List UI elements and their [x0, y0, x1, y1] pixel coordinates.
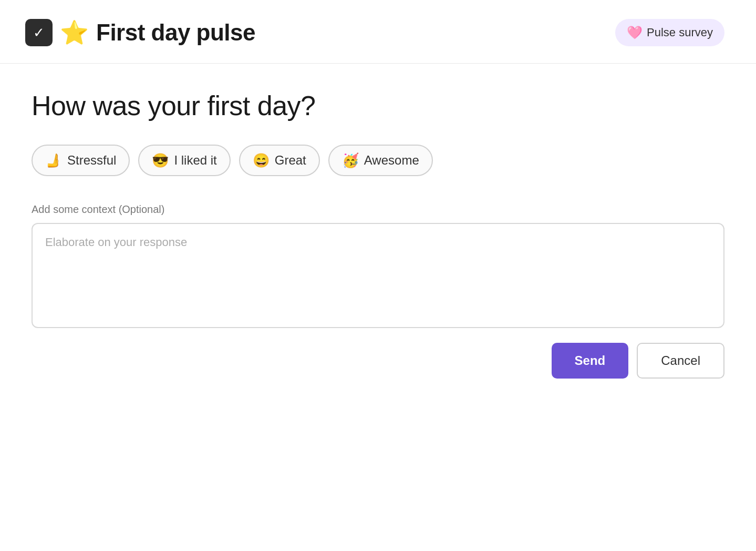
pulse-survey-badge: 🩷 Pulse survey	[615, 19, 724, 46]
page-title: First day pulse	[96, 19, 255, 46]
awesome-label: Awesome	[364, 153, 419, 168]
header-divider	[0, 63, 756, 64]
heart-icon: 🩷	[627, 25, 643, 40]
option-i-liked-it[interactable]: 😎 I liked it	[138, 145, 230, 176]
option-stressful[interactable]: 🫸 Stressful	[32, 145, 130, 176]
i-liked-it-label: I liked it	[174, 153, 216, 168]
great-emoji: 😄	[253, 154, 270, 167]
stressful-label: Stressful	[67, 153, 116, 168]
option-great[interactable]: 😄 Great	[239, 145, 320, 176]
context-textarea[interactable]	[32, 223, 724, 328]
i-liked-it-emoji: 😎	[152, 154, 169, 167]
cancel-button[interactable]: Cancel	[637, 343, 724, 379]
star-icon: ⭐	[60, 21, 89, 44]
great-label: Great	[275, 153, 306, 168]
question-title: How was your first day?	[32, 90, 724, 121]
stressful-emoji: 🫸	[45, 154, 62, 167]
checkbox-icon: ✓	[25, 19, 53, 46]
awesome-emoji: 🥳	[342, 154, 359, 167]
context-label: Add some context (Optional)	[32, 203, 724, 216]
actions-row: Send Cancel	[32, 343, 724, 379]
send-button[interactable]: Send	[552, 343, 629, 379]
option-awesome[interactable]: 🥳 Awesome	[328, 145, 433, 176]
header-left: ✓ ⭐ First day pulse	[25, 19, 255, 46]
options-row: 🫸 Stressful 😎 I liked it 😄 Great 🥳 Aweso…	[32, 145, 724, 176]
pulse-badge-label: Pulse survey	[647, 26, 713, 39]
page-header: ✓ ⭐ First day pulse 🩷 Pulse survey	[0, 0, 756, 63]
main-content: How was your first day? 🫸 Stressful 😎 I …	[0, 90, 756, 379]
context-section: Add some context (Optional)	[32, 203, 724, 330]
